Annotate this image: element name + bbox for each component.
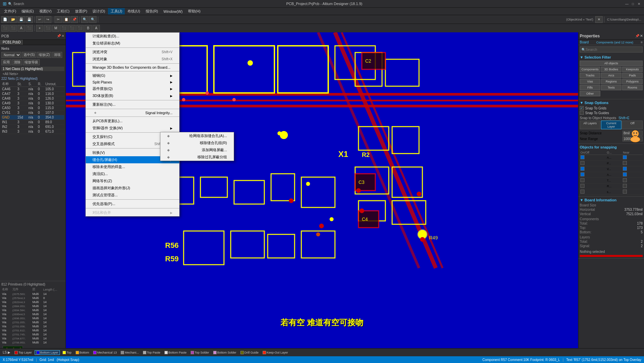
tb2-btn9[interactable]: ⬛	[68, 25, 76, 32]
snap-toggle-v[interactable]	[580, 167, 584, 171]
menu-project[interactable]: 工程(C)	[54, 8, 72, 14]
tb-zoom-out[interactable]: 🔍	[89, 16, 97, 23]
menu-cross-select[interactable]: 交叉选择模式 Shift+Ctrl+X	[86, 140, 179, 147]
menu-renumber[interactable]: 重新标注(N)...	[86, 101, 179, 108]
menu-place[interactable]: 放置(P)	[72, 8, 90, 14]
menu-tools[interactable]: 工具(J)	[108, 8, 125, 14]
menu-design[interactable]: 设计(D)	[90, 8, 108, 14]
primitive-row[interactable]: Via (2695mil,5 Multi 14	[1, 312, 64, 316]
tb2-btn10[interactable]: ⬛	[76, 25, 84, 32]
net-row[interactable]: CA49 3 n/a 0 130.0	[1, 101, 64, 106]
snap-toggle-a2[interactable]	[580, 172, 584, 176]
snap-toggle-t[interactable]	[580, 178, 584, 182]
net-row[interactable]: IN1 3 n/a 0 89.0	[1, 120, 64, 125]
components-link[interactable]: Components (and 12 more)	[596, 41, 633, 44]
snap-options-header[interactable]: ▼ Snap Options	[580, 101, 643, 105]
menu-pin-swap[interactable]: 管脚/器件 交换(W) ▶	[86, 125, 179, 132]
tb2-btn2[interactable]: ⬛	[9, 25, 17, 32]
menu-drc[interactable]: 计规则检查(D)...	[86, 33, 179, 40]
menu-signal-integrity[interactable]: ⟡ Signal Integrity...	[86, 110, 179, 116]
menu-browse-conflict[interactable]: 浏览冲突 Shift+V	[86, 48, 179, 56]
tb-zoom-in[interactable]: 🔍	[81, 16, 88, 23]
menu-copper[interactable]: 辅铜(G) ▶	[86, 72, 179, 79]
minimize-button[interactable]: —	[624, 1, 629, 6]
snap-near-a[interactable]	[623, 155, 627, 159]
search-box-title[interactable]: Search	[13, 2, 24, 6]
primitive-row[interactable]: Via (2704.677; Multi 14	[1, 336, 64, 340]
layer-bottom-overlay[interactable]: Bottom	[74, 351, 91, 355]
right-panel-close[interactable]: ✕	[640, 34, 643, 38]
snap-near-r[interactable]	[623, 184, 627, 188]
menu-preferences[interactable]: 优先选项(P)...	[86, 200, 179, 207]
menu-convert[interactable]: 转换(V) ▶	[86, 149, 179, 156]
zoom-btn[interactable]: 缩放(Z)	[37, 52, 51, 58]
layer-mech13[interactable]: Mechanical 13	[92, 351, 118, 355]
clear-btn[interactable]: 清现	[52, 52, 62, 58]
primitive-row[interactable]: Via (2701.058; Multi 14	[1, 324, 64, 328]
menu-report[interactable]: 报告(R)	[143, 8, 161, 14]
menu-stitch[interactable]: 缝合孔/屏蔽(H) ▶	[86, 156, 179, 163]
left-panel-close[interactable]: ✕	[62, 34, 64, 38]
primitive-row[interactable]: Via (2075.563; Multi 14	[1, 292, 64, 296]
net-all[interactable]: <All Nets>	[1, 72, 64, 76]
filter-keepouts[interactable]: Keepouts	[622, 67, 643, 72]
search-input[interactable]	[585, 47, 641, 52]
primitive-row[interactable]: Via (2701.745; Multi 14	[1, 332, 64, 336]
menu-test-point[interactable]: 测试点管理器...	[86, 192, 179, 199]
object-kind-filter[interactable]: (ObjectKind = 'Text')	[565, 18, 595, 21]
mode-select[interactable]: Normal	[1, 52, 21, 58]
menu-net-length[interactable]: 网络等长(Z)	[86, 177, 179, 185]
net-row[interactable]: CA50 3 n/a 0 115.0	[1, 106, 64, 110]
menu-edit[interactable]: 编辑(E)	[19, 8, 37, 14]
tb-new[interactable]: 📄	[1, 16, 9, 23]
menu-window[interactable]: Window(W)	[161, 9, 185, 14]
tb2-btn12[interactable]: A	[92, 25, 100, 32]
objects-for-snapping-header[interactable]: Objects for snapping	[580, 145, 643, 149]
snap-toggle-a[interactable]	[580, 155, 584, 159]
tb-save[interactable]: 💾	[17, 16, 25, 23]
tb2-btn3[interactable]: A	[17, 25, 25, 32]
primitive-row[interactable]: Via (2694.584; Multi 14	[1, 308, 64, 312]
snap-near-s[interactable]	[623, 190, 627, 194]
net-row[interactable]: CV51 3 n/a 0 107.0	[1, 110, 64, 115]
layer-bottom-paste[interactable]: Bottom Paste	[163, 351, 188, 355]
snap-all-layers-btn[interactable]: All Layers	[580, 121, 600, 129]
left-panel-pin[interactable]: 📌	[57, 34, 61, 38]
filter-texts[interactable]: Texts	[601, 85, 621, 90]
select-btn[interactable]: 选中(S)	[22, 52, 36, 58]
snap-toggle-s[interactable]	[580, 190, 584, 194]
filter-tracks[interactable]: Tracks	[580, 73, 600, 78]
primitive-row[interactable]: Via (2684.953; Multi 14	[1, 304, 64, 308]
primitive-row[interactable]: Via (2622mil,3 Multi 14	[1, 300, 64, 304]
close-button[interactable]: ✕	[637, 1, 641, 6]
right-panel-pin[interactable]: 📌	[635, 34, 639, 38]
filter-vias[interactable]: Vias	[580, 79, 600, 84]
snap-near-p[interactable]	[623, 161, 627, 165]
menu-place-comp[interactable]: 器件摆放(Q) ▶	[86, 85, 179, 92]
net-row[interactable]: GND 15d n/a 0 354.0	[1, 115, 64, 120]
pcb-tab-1[interactable]: PCB1.PcbD	[0, 40, 24, 45]
menu-teardrop[interactable]: 滴泪(E)...	[86, 170, 179, 177]
layer-bottom-solder[interactable]: Bottom Solder	[212, 351, 238, 355]
selection-filter-header[interactable]: ▼ Selection Filter	[580, 55, 643, 59]
snap-toggle-r[interactable]	[580, 184, 584, 188]
layer-drill-guide[interactable]: Drill Guide	[239, 351, 260, 355]
tb2-btn4[interactable]: ⬛	[26, 25, 33, 32]
menu-file[interactable]: 文件(F)	[1, 8, 19, 14]
tb-undo[interactable]: ↩	[36, 16, 43, 23]
snap-near-v[interactable]	[623, 167, 627, 171]
tools-dropdown-menu[interactable]: 计规则检查(D)... 复位错误标志(M) 浏览冲突 Shift+V 浏览对象 …	[85, 32, 180, 217]
snap-to-guides-checkbox[interactable]	[580, 111, 584, 115]
snap-current-layer-btn[interactable]: Current Layer	[601, 121, 621, 129]
layer-keepout[interactable]: Keep-Out Layer	[261, 351, 290, 355]
primitive-row[interactable]: Via (2706.953; Multi 14	[1, 340, 64, 344]
tb-paste[interactable]: 📌	[71, 16, 78, 23]
menu-route[interactable]: 布线(U)	[125, 8, 143, 14]
canvas-area[interactable]: R24 R48 .6Z9R R229 R56 R59	[66, 32, 578, 348]
tb-copy[interactable]: 📋	[63, 16, 70, 23]
filter-components[interactable]: Components	[580, 67, 600, 72]
layer-top-overlay[interactable]: Top	[61, 351, 73, 355]
layer-top-solder[interactable]: Top Solder	[189, 351, 211, 355]
net-row[interactable]: CA48 3 n/a 0 126.0	[1, 96, 64, 101]
apply-btn[interactable]: 应用	[1, 59, 11, 65]
